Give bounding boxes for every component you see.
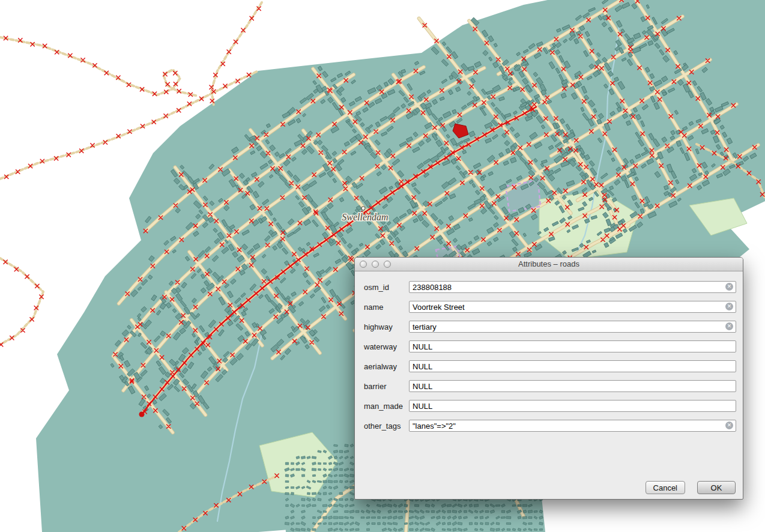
- field-label-other-tags: other_tags: [364, 422, 409, 431]
- field-label-name: name: [364, 303, 409, 312]
- field-row-aerialway: aerialway: [364, 360, 736, 372]
- field-row-waterway: waterway: [364, 340, 736, 352]
- field-row-osm-id: osm_id ✕: [364, 281, 736, 293]
- field-row-highway: highway ✕: [364, 321, 736, 333]
- clear-icon[interactable]: ✕: [725, 422, 733, 429]
- clear-icon[interactable]: ✕: [725, 283, 733, 291]
- field-label-aerialway: aerialway: [364, 362, 409, 371]
- field-label-man-made: man_made: [364, 402, 409, 411]
- aerialway-input[interactable]: [409, 360, 736, 372]
- osm-id-input[interactable]: [409, 281, 736, 293]
- waterway-input[interactable]: [409, 340, 736, 352]
- field-row-name: name ✕: [364, 301, 736, 313]
- clear-icon[interactable]: ✕: [725, 322, 733, 330]
- field-label-waterway: waterway: [364, 342, 409, 351]
- field-label-osm-id: osm_id: [364, 283, 409, 292]
- ok-button[interactable]: OK: [697, 481, 736, 494]
- highway-input[interactable]: [409, 321, 736, 333]
- clear-icon[interactable]: ✕: [725, 303, 733, 310]
- field-row-barrier: barrier: [364, 380, 736, 392]
- dialog-buttons: Cancel OK: [646, 481, 736, 494]
- field-label-highway: highway: [364, 322, 409, 331]
- dialog-body: osm_id ✕ name ✕ highway ✕ waterway: [355, 271, 743, 499]
- barrier-input[interactable]: [409, 380, 736, 392]
- name-input[interactable]: [409, 301, 736, 313]
- other-tags-input[interactable]: [409, 420, 736, 432]
- place-label: Swellendam: [342, 212, 388, 222]
- dialog-titlebar[interactable]: Attributes – roads: [355, 258, 743, 271]
- field-row-man-made: man_made: [364, 400, 736, 412]
- field-label-barrier: barrier: [364, 382, 409, 391]
- attributes-dialog: Attributes – roads osm_id ✕ name ✕ highw…: [354, 257, 743, 500]
- cancel-button[interactable]: Cancel: [646, 481, 685, 494]
- dialog-title: Attributes – roads: [355, 259, 743, 268]
- man-made-input[interactable]: [409, 400, 736, 412]
- town-node-layer: [361, 207, 365, 210]
- field-row-other-tags: other_tags ✕: [364, 420, 736, 432]
